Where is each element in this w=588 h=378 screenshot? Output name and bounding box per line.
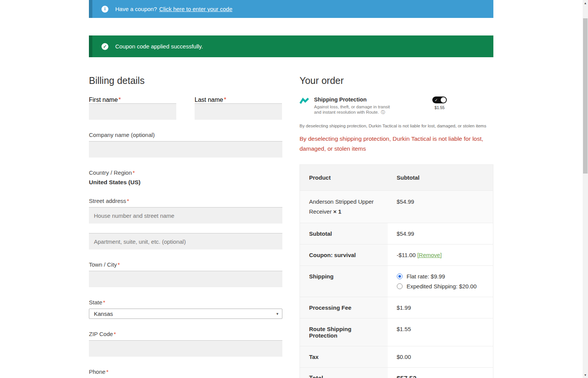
shipping-protection-widget: Shipping Protection Against loss, theft,… [300,97,493,115]
order-item-qty: × 1 [333,208,341,215]
checkout-page: i Have a coupon? Click here to enter you… [0,0,588,378]
product-column-header: Product [300,165,388,191]
required-marker: * [224,97,226,103]
your-order-section: Your order Shipping Protection Against l… [300,75,493,378]
coupon-info-banner: i Have a coupon? Click here to enter you… [89,0,493,18]
protection-title: Shipping Protection [314,97,390,103]
required-marker: * [103,299,105,306]
city-input[interactable] [89,271,282,287]
protection-disclaimer-warning: By deselecting shipping protection, Durk… [300,134,493,154]
vertical-scrollbar[interactable]: ▲ ▼ [583,0,588,378]
last-name-input[interactable] [195,103,282,120]
checkout-content: i Have a coupon? Click here to enter you… [89,0,493,378]
last-name-label: Last name* [195,97,226,103]
route-protection-label: Route Shipping Protection [300,318,388,346]
subtotal-value: $54.99 [388,223,493,244]
country-label: Country / Region* [89,169,282,176]
subtotal-label: Subtotal [300,223,388,244]
scroll-up-arrow[interactable]: ▲ [583,0,588,6]
protection-description: Against loss, theft, or damage in transi… [314,104,390,115]
order-item-name: Anderson Stripped Upper Receiver × 1 [300,191,388,223]
coupon-row: Coupon: survival -$11.00 [Remove] [300,244,493,266]
enter-coupon-link[interactable]: Click here to enter your code [159,6,232,12]
company-input[interactable] [89,141,282,158]
route-protection-value: $1.55 [388,318,493,346]
scrollbar-thumb[interactable] [583,18,588,174]
zip-label: ZIP Code* [89,331,282,337]
state-selected-value: Kansas [89,310,273,317]
shipping-row: Shipping Flat rate: $9.99 Expedited Ship… [300,266,493,297]
route-protection-row: Route Shipping Protection $1.55 [300,318,493,346]
required-marker: * [119,97,121,103]
toggle-check-icon: ✓ [435,98,438,102]
order-review-table: Product Subtotal Anderson Stripped Upper… [300,164,493,378]
coupon-label: Coupon: survival [300,244,388,266]
subtotal-row: Subtotal $54.99 [300,223,493,244]
protection-toggle-wrap: ✓ $1.55 [432,97,447,115]
info-icon: i [101,6,108,13]
order-item-price: $54.99 [388,191,493,223]
state-select[interactable]: Kansas ▼ [89,309,282,319]
shipping-option-expedited[interactable]: Expedited Shipping: $20.00 [397,283,484,290]
coupon-value-cell: -$11.00 [Remove] [388,244,493,266]
protection-price: $1.55 [432,105,447,110]
required-marker: * [133,169,135,176]
required-marker: * [118,261,120,268]
required-marker: * [106,368,108,375]
coupon-discount-value: -$11.00 [397,252,416,258]
company-label: Company name (optional) [89,132,282,138]
order-title: Your order [300,75,493,86]
city-label: Town / City* [89,261,282,268]
country-value: United States (US) [89,179,282,186]
remove-coupon-link[interactable]: [Remove] [417,252,441,258]
coupon-success-banner: ✓ Coupon code applied successfully. [89,35,493,57]
tax-label: Tax [300,346,388,368]
protection-toggle[interactable]: ✓ [432,97,447,103]
order-table-header-row: Product Subtotal [300,165,493,191]
tax-row: Tax $0.00 [300,346,493,368]
success-banner-text: Coupon code applied successfully. [115,43,203,50]
route-logo-icon [300,97,311,115]
shipping-options-cell: Flat rate: $9.99 Expedited Shipping: $20… [388,266,493,297]
subtotal-column-header: Subtotal [388,165,493,191]
success-check-icon: ✓ [101,43,108,50]
shipping-label: Shipping [300,266,388,297]
processing-fee-value: $1.99 [388,297,493,318]
phone-label: Phone* [89,368,282,375]
chevron-down-icon: ▼ [273,309,282,318]
billing-title: Billing details [89,75,282,86]
street-address-input[interactable] [89,207,282,224]
order-item-row: Anderson Stripped Upper Receiver × 1 $54… [300,191,493,223]
zip-input[interactable] [89,340,282,357]
protection-disclaimer-small: By deselecting shipping protection, Durk… [300,124,493,128]
total-label: Total [300,368,388,378]
required-marker: * [114,331,116,337]
processing-fee-row: Processing Fee $1.99 [300,297,493,318]
total-row: Total $57.52 [300,368,493,378]
expedited-label[interactable]: Expedited Shipping: $20.00 [407,283,477,290]
required-marker: * [127,198,129,204]
flat-rate-radio[interactable] [397,273,403,279]
tax-value: $0.00 [388,346,493,368]
protection-texts: Shipping Protection Against loss, theft,… [314,97,390,115]
total-value: $57.52 [388,368,493,378]
toggle-knob [441,97,446,103]
protection-info-icon[interactable]: ⓘ [381,110,385,114]
coupon-banner-text: Have a coupon? [115,6,157,12]
street-address-label: Street address* [89,198,282,204]
first-name-input[interactable] [89,103,176,120]
processing-fee-label: Processing Fee [300,297,388,318]
state-label: State* [89,299,282,306]
flat-rate-label[interactable]: Flat rate: $9.99 [407,273,445,280]
billing-details-section: Billing details First name* Last name* C… [89,75,282,378]
first-name-label: First name* [89,97,121,103]
scroll-down-arrow[interactable]: ▼ [583,372,588,378]
shipping-option-flat-rate[interactable]: Flat rate: $9.99 [397,273,484,280]
street-address2-input[interactable] [89,233,282,249]
expedited-radio[interactable] [397,283,403,289]
